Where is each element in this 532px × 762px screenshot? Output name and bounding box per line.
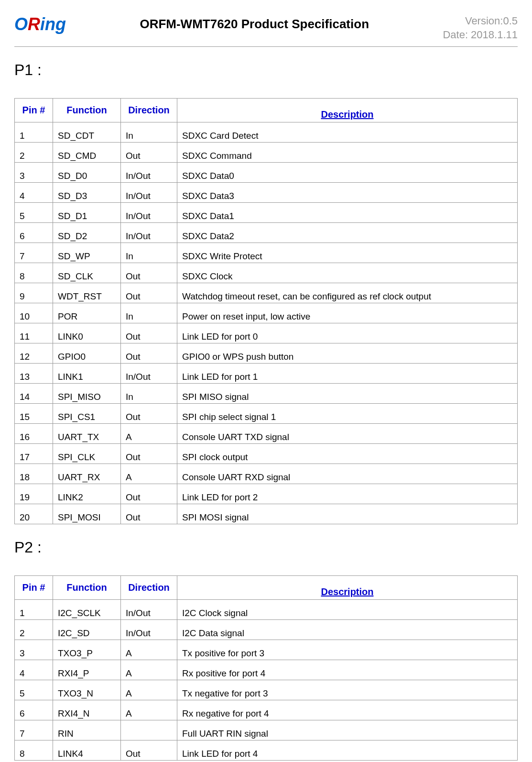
cell-function: TXO3_P	[53, 640, 121, 660]
cell-function: RXI4_P	[53, 660, 121, 680]
cell-direction: In/Out	[121, 600, 177, 620]
section-heading-p1: P1 :	[14, 61, 518, 79]
cell-pin: 9	[15, 283, 53, 303]
cell-direction: In/Out	[121, 163, 177, 183]
cell-direction: Out	[121, 740, 177, 761]
cell-pin: 1	[15, 600, 53, 620]
table-row: 10PORInPower on reset input, low active	[15, 303, 518, 323]
table-row: 6RXI4_NARx negative for port 4	[15, 700, 518, 720]
cell-direction: Out	[121, 143, 177, 163]
cell-direction: Out	[121, 283, 177, 303]
cell-function: SD_CLK	[53, 263, 121, 283]
cell-description: Tx negative for port 3	[177, 680, 518, 700]
cell-description: SPI chip select signal 1	[177, 404, 518, 424]
cell-direction: In	[121, 243, 177, 263]
cell-function: RXI4_N	[53, 700, 121, 720]
cell-pin: 8	[15, 263, 53, 283]
cell-function: UART_TX	[53, 424, 121, 444]
cell-function: SD_D0	[53, 163, 121, 183]
cell-direction: A	[121, 424, 177, 444]
cell-direction: In/Out	[121, 183, 177, 203]
cell-function: SPI_CS1	[53, 404, 121, 424]
date-text: Date: 2018.1.11	[443, 28, 518, 42]
cell-direction: Out	[121, 343, 177, 364]
section-heading-p2: P2 :	[14, 539, 518, 556]
table-header-row: Pin # Function Direction Description	[15, 99, 518, 122]
cell-pin: 15	[15, 404, 53, 424]
cell-direction: In/Out	[121, 223, 177, 243]
table-row: 5TXO3_NATx negative for port 3	[15, 680, 518, 700]
header-pin: Pin #	[15, 576, 53, 600]
cell-pin: 8	[15, 740, 53, 761]
cell-pin: 19	[15, 484, 53, 504]
table-header-row: Pin # Function Direction Description	[15, 576, 518, 600]
cell-pin: 10	[15, 303, 53, 323]
table-row: 9WDT_RSTOutWatchdog timeout reset, can b…	[15, 283, 518, 303]
cell-function: SPI_MISO	[53, 384, 121, 404]
cell-function: SD_D2	[53, 223, 121, 243]
cell-description: SDXC Data3	[177, 183, 518, 203]
cell-direction: In/Out	[121, 203, 177, 223]
cell-function: SPI_MOSI	[53, 504, 121, 524]
table-row: 3SD_D0In/OutSDXC Data0	[15, 163, 518, 183]
cell-description: GPIO0 or WPS push button	[177, 343, 518, 364]
cell-function: UART_RX	[53, 464, 121, 484]
cell-description: SPI MISO signal	[177, 384, 518, 404]
table-row: 18UART_RXAConsole UART RXD signal	[15, 464, 518, 484]
cell-description: Rx positive for port 4	[177, 660, 518, 680]
cell-pin: 4	[15, 660, 53, 680]
header-direction: Direction	[121, 99, 177, 122]
table-row: 12GPIO0OutGPIO0 or WPS push button	[15, 343, 518, 364]
cell-description: Link LED for port 0	[177, 323, 518, 343]
cell-description: Tx positive for port 3	[177, 640, 518, 660]
cell-pin: 4	[15, 183, 53, 203]
cell-pin: 20	[15, 504, 53, 524]
cell-pin: 12	[15, 343, 53, 364]
cell-pin: 6	[15, 700, 53, 720]
cell-function: SPI_CLK	[53, 444, 121, 464]
cell-pin: 6	[15, 223, 53, 243]
cell-description: I2C Clock signal	[177, 600, 518, 620]
table-row: 1SD_CDTInSDXC Card Detect	[15, 122, 518, 143]
header-direction: Direction	[121, 576, 177, 600]
header-description: Description	[177, 99, 518, 122]
table-row: 14SPI_MISOInSPI MISO signal	[15, 384, 518, 404]
cell-pin: 3	[15, 640, 53, 660]
table-row: 2I2C_SDIn/OutI2C Data signal	[15, 620, 518, 640]
cell-direction: In	[121, 384, 177, 404]
cell-function: SD_CMD	[53, 143, 121, 163]
cell-pin: 13	[15, 364, 53, 384]
cell-direction	[121, 720, 177, 740]
cell-description: Link LED for port 1	[177, 364, 518, 384]
table-row: 1I2C_SCLKIn/OutI2C Clock signal	[15, 600, 518, 620]
cell-description: Console UART TXD signal	[177, 424, 518, 444]
table-row: 17SPI_CLKOutSPI clock output	[15, 444, 518, 464]
cell-description: Full UART RIN signal	[177, 720, 518, 740]
cell-description: SPI MOSI signal	[177, 504, 518, 524]
cell-direction: Out	[121, 263, 177, 283]
cell-pin: 7	[15, 243, 53, 263]
cell-pin: 3	[15, 163, 53, 183]
version-block: Version:0.5 Date: 2018.1.11	[443, 14, 518, 42]
header-function: Function	[53, 99, 121, 122]
cell-direction: Out	[121, 323, 177, 343]
cell-function: I2C_SCLK	[53, 600, 121, 620]
cell-description: SDXC Command	[177, 143, 518, 163]
cell-description: SDXC Data2	[177, 223, 518, 243]
table-row: 13LINK1In/OutLink LED for port 1	[15, 364, 518, 384]
cell-pin: 16	[15, 424, 53, 444]
cell-direction: A	[121, 640, 177, 660]
table-row: 7SD_WPInSDXC Write Protect	[15, 243, 518, 263]
cell-function: SD_WP	[53, 243, 121, 263]
cell-description: Power on reset input, low active	[177, 303, 518, 323]
cell-pin: 2	[15, 143, 53, 163]
cell-function: SD_D1	[53, 203, 121, 223]
cell-description: SDXC Data0	[177, 163, 518, 183]
table-row: 20SPI_MOSIOutSPI MOSI signal	[15, 504, 518, 524]
cell-description: SPI clock output	[177, 444, 518, 464]
table-row: 5SD_D1In/OutSDXC Data1	[15, 203, 518, 223]
table-row: 6SD_D2In/OutSDXC Data2	[15, 223, 518, 243]
table-row: 2SD_CMDOutSDXC Command	[15, 143, 518, 163]
table-p1: Pin # Function Direction Description 1SD…	[14, 98, 518, 524]
table-row: 11LINK0OutLink LED for port 0	[15, 323, 518, 343]
